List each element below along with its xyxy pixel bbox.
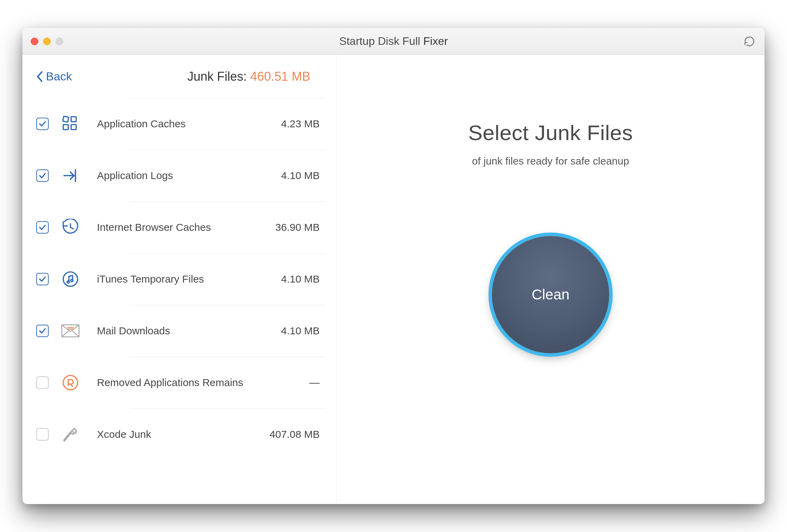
item-label: Xcode Junk <box>97 428 151 440</box>
back-label: Back <box>46 70 72 83</box>
svg-rect-1 <box>71 117 76 122</box>
item-label: Internet Browser Caches <box>97 221 211 233</box>
check-icon <box>38 327 47 335</box>
list-item[interactable]: Internet Browser Caches36.90 MB <box>22 201 336 253</box>
title-bold: Fixer <box>423 35 448 47</box>
content: Back Junk Files: 460.51 MB Application C… <box>22 55 765 504</box>
junk-total: Junk Files: 460.51 MB <box>187 69 310 84</box>
item-label: Application Logs <box>97 170 173 181</box>
svg-rect-3 <box>71 125 76 130</box>
left-header: Back Junk Files: 460.51 MB <box>22 55 336 98</box>
svg-point-6 <box>71 279 73 282</box>
traffic-lights <box>31 38 63 45</box>
item-size: 4.10 MB <box>281 273 320 285</box>
left-panel: Back Junk Files: 460.51 MB Application C… <box>22 55 337 504</box>
junk-total-amount: 460.51 MB <box>250 69 310 83</box>
list-item[interactable]: Removed Applications Remains— <box>22 357 336 408</box>
svg-point-10 <box>63 375 78 390</box>
hammer-icon <box>61 425 80 444</box>
checkbox[interactable] <box>36 169 49 182</box>
item-label: Removed Applications Remains <box>97 377 243 388</box>
item-size: 4.10 MB <box>281 170 320 181</box>
checkbox[interactable] <box>36 118 49 130</box>
svg-rect-2 <box>63 125 68 130</box>
list-item[interactable]: Xcode Junk407.08 MB <box>22 408 336 460</box>
junk-category-list: Application Caches4.23 MB Application Lo… <box>22 98 336 504</box>
close-window-button[interactable] <box>31 38 38 45</box>
check-icon <box>38 171 47 180</box>
window-title: Startup Disk Full Fixer <box>22 35 765 48</box>
list-item[interactable]: Mail Downloads4.10 MB <box>22 305 336 357</box>
item-label: iTunes Temporary Files <box>97 273 204 285</box>
svg-rect-0 <box>63 116 69 122</box>
right-panel: Select Junk Files of junk files ready fo… <box>337 55 765 504</box>
arrow-icon <box>61 166 80 185</box>
clean-button-label: Clean <box>532 286 570 303</box>
check-icon <box>38 120 47 128</box>
item-label: Mail Downloads <box>97 325 170 337</box>
fullscreen-window-button[interactable] <box>56 38 63 45</box>
checkbox[interactable] <box>36 325 49 337</box>
mail-icon <box>61 322 80 340</box>
refresh-button[interactable] <box>742 35 756 48</box>
svg-point-4 <box>63 272 78 286</box>
title-prefix: Startup Disk Full <box>339 35 420 47</box>
svg-point-5 <box>67 281 69 283</box>
back-button[interactable]: Back <box>36 70 72 83</box>
item-size: 4.10 MB <box>281 325 320 337</box>
item-size: 36.90 MB <box>275 221 320 233</box>
clean-button[interactable]: Clean <box>492 236 609 353</box>
checkbox[interactable] <box>36 376 49 389</box>
item-size: 407.08 MB <box>270 428 320 440</box>
refresh-icon <box>744 36 755 47</box>
right-title: Select Junk Files <box>468 120 633 145</box>
titlebar: Startup Disk Full Fixer <box>22 28 765 55</box>
chevron-left-icon <box>36 71 44 82</box>
removed-icon <box>61 373 80 392</box>
list-item[interactable]: iTunes Temporary Files4.10 MB <box>22 253 336 305</box>
checkbox[interactable] <box>36 221 49 234</box>
minimize-window-button[interactable] <box>43 38 51 45</box>
item-size: 4.23 MB <box>281 118 320 130</box>
list-item[interactable]: Application Caches4.23 MB <box>22 98 336 150</box>
item-size: — <box>309 377 320 388</box>
right-subtitle: of junk files ready for safe cleanup <box>472 155 629 167</box>
check-icon <box>38 223 47 231</box>
junk-total-label: Junk Files: <box>187 69 247 83</box>
music-icon <box>61 270 80 288</box>
check-icon <box>38 275 47 283</box>
checkbox[interactable] <box>36 273 49 285</box>
item-label: Application Caches <box>97 118 186 130</box>
list-item[interactable]: Application Logs4.10 MB <box>22 150 336 201</box>
app-window: Startup Disk Full Fixer Back Junk Files: <box>22 28 765 504</box>
grid-icon <box>61 115 80 133</box>
checkbox[interactable] <box>36 428 49 441</box>
clock-icon <box>61 218 80 237</box>
